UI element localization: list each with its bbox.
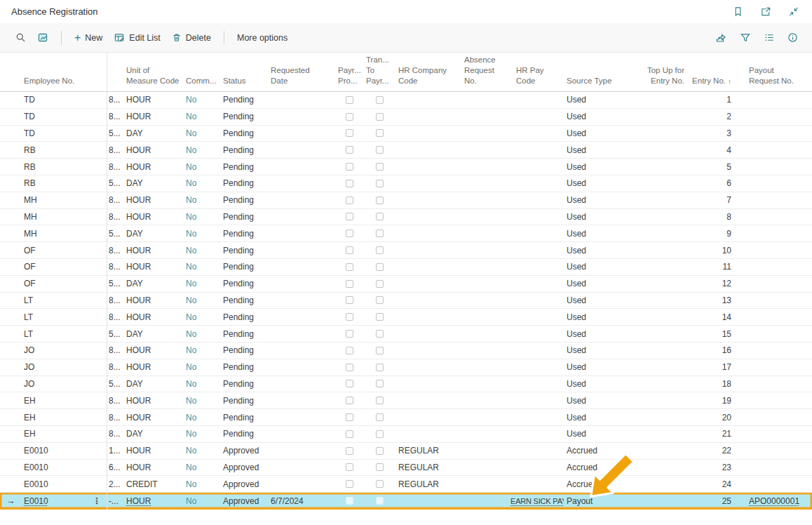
cell-source-type[interactable]: Used (564, 109, 625, 125)
cell-requested-date[interactable]: 6/7/2024 (268, 493, 335, 509)
cell-hr-pay-code[interactable] (508, 126, 564, 142)
cell-requested-date[interactable] (268, 476, 335, 492)
cell-quantity[interactable]: 8... (107, 259, 125, 275)
cell-marker[interactable] (0, 443, 21, 459)
payroll-processed-checkbox[interactable] (346, 447, 353, 455)
cell-quantity[interactable]: 8... (107, 142, 125, 158)
table-row[interactable]: E00106...HOURNoApprovedREGULARAccrued23 (0, 460, 812, 477)
payroll-processed-checkbox[interactable] (346, 497, 353, 505)
cell-marker[interactable] (0, 92, 21, 108)
transferred-to-payroll-checkbox[interactable] (376, 330, 384, 338)
cell-employee[interactable]: EH (21, 392, 107, 408)
cell-uom[interactable]: DAY (125, 126, 182, 142)
cell-quantity[interactable]: 8... (107, 359, 125, 376)
cell-uom[interactable]: HOUR (125, 209, 182, 225)
cell-status[interactable]: Approved (220, 493, 268, 509)
cell-employee[interactable]: EH (21, 409, 107, 425)
column-header-unit-of-measure-code[interactable]: Unit of Measure Code (125, 65, 182, 91)
cell-absence-request-no[interactable] (461, 293, 508, 309)
cell-transferred-to-payroll[interactable] (363, 293, 395, 309)
cell-marker[interactable] (0, 159, 21, 175)
cell-uom[interactable]: HOUR (125, 443, 182, 459)
cell-transferred-to-payroll[interactable] (363, 309, 395, 325)
transferred-to-payroll-checkbox[interactable] (376, 146, 384, 154)
payroll-processed-checkbox[interactable] (346, 380, 353, 387)
table-row[interactable]: RB5...DAYNoPendingUsed6 (0, 175, 812, 192)
cell-status[interactable]: Pending (220, 392, 268, 408)
cell-transferred-to-payroll[interactable] (363, 493, 395, 509)
payroll-processed-checkbox[interactable] (346, 197, 353, 204)
cell-source-type[interactable]: Used (564, 426, 625, 442)
cell-employee[interactable]: TD (21, 92, 107, 108)
cell-payroll-processed[interactable] (335, 242, 363, 258)
cell-payroll-processed[interactable] (335, 142, 363, 158)
payroll-processed-checkbox[interactable] (346, 163, 353, 171)
cell-payroll-processed[interactable] (335, 376, 363, 392)
table-row[interactable]: OF5...DAYNoPendingUsed12 (0, 276, 812, 293)
cell-status[interactable]: Pending (220, 426, 268, 442)
cell-payout-request-no[interactable] (736, 109, 805, 125)
payroll-processed-checkbox[interactable] (346, 480, 353, 488)
cell-comments[interactable]: No (182, 392, 220, 408)
cell-payroll-processed[interactable] (335, 460, 363, 476)
cell-payroll-processed[interactable] (335, 343, 363, 359)
cell-top-up-for-entry-no[interactable] (625, 142, 687, 158)
cell-entry-no[interactable]: 25 (687, 493, 736, 509)
cell-source-type[interactable]: Used (564, 392, 625, 408)
table-row[interactable]: RB8...HOURNoPendingUsed5 (0, 159, 812, 175)
cell-uom[interactable]: DAY (125, 276, 182, 292)
transferred-to-payroll-checkbox[interactable] (376, 180, 384, 187)
cell-transferred-to-payroll[interactable] (363, 426, 395, 442)
cell-hr-pay-code[interactable] (508, 476, 564, 492)
cell-source-type[interactable]: Accrued (564, 443, 625, 459)
cell-absence-request-no[interactable] (461, 109, 508, 125)
cell-marker[interactable] (0, 109, 21, 125)
cell-payout-request-no[interactable] (736, 359, 805, 376)
cell-hr-company-code[interactable] (395, 392, 461, 408)
payroll-processed-checkbox[interactable] (346, 347, 353, 354)
cell-hr-company-code[interactable]: REGULAR (395, 443, 461, 459)
cell-status[interactable]: Pending (220, 409, 268, 425)
cell-employee[interactable]: OF (21, 276, 107, 292)
cell-status[interactable]: Pending (220, 359, 268, 376)
cell-entry-no[interactable]: 2 (687, 109, 736, 125)
cell-status[interactable]: Approved (220, 460, 268, 476)
cell-top-up-for-entry-no[interactable] (625, 460, 687, 476)
cell-source-type[interactable]: Used (564, 175, 625, 192)
cell-employee[interactable]: LT (21, 293, 107, 309)
cell-marker[interactable] (0, 392, 21, 408)
cell-top-up-for-entry-no[interactable] (625, 343, 687, 359)
cell-absence-request-no[interactable] (461, 175, 508, 192)
cell-absence-request-no[interactable] (461, 359, 508, 376)
payroll-processed-checkbox[interactable] (346, 430, 353, 438)
cell-marker[interactable] (0, 225, 21, 241)
cell-payout-request-no[interactable] (736, 343, 805, 359)
cell-hr-pay-code[interactable] (508, 259, 564, 275)
cell-top-up-for-entry-no[interactable] (625, 109, 687, 125)
column-header-top-up-for-entry-no[interactable]: Top Up for Entry No. (625, 65, 687, 91)
info-button[interactable] (786, 31, 799, 44)
column-header-payout-request-no[interactable]: Payout Request No. (736, 65, 805, 91)
cell-payroll-processed[interactable] (335, 276, 363, 292)
table-row[interactable]: OF8...HOURNoPendingUsed11 (0, 259, 812, 276)
table-row[interactable]: TD8...HOURNoPendingUsed2 (0, 109, 812, 126)
payroll-processed-checkbox[interactable] (346, 129, 353, 137)
transferred-to-payroll-checkbox[interactable] (376, 347, 384, 354)
cell-marker[interactable] (0, 326, 21, 342)
cell-marker[interactable] (0, 276, 21, 292)
cell-entry-no[interactable]: 21 (687, 426, 736, 442)
cell-status[interactable]: Pending (220, 242, 268, 258)
cell-payroll-processed[interactable] (335, 92, 363, 108)
cell-source-type[interactable]: Used (564, 259, 625, 275)
cell-transferred-to-payroll[interactable] (363, 276, 395, 292)
cell-marker[interactable] (0, 343, 21, 359)
cell-payout-request-no[interactable] (736, 376, 805, 392)
open-in-new-window-icon[interactable] (759, 5, 773, 18)
cell-payout-request-no[interactable] (736, 326, 805, 342)
cell-requested-date[interactable] (268, 175, 335, 192)
cell-status[interactable]: Pending (220, 126, 268, 142)
payroll-processed-checkbox[interactable] (346, 280, 353, 288)
cell-top-up-for-entry-no[interactable] (625, 276, 687, 292)
cell-requested-date[interactable] (268, 92, 335, 108)
cell-marker[interactable] (0, 192, 21, 208)
